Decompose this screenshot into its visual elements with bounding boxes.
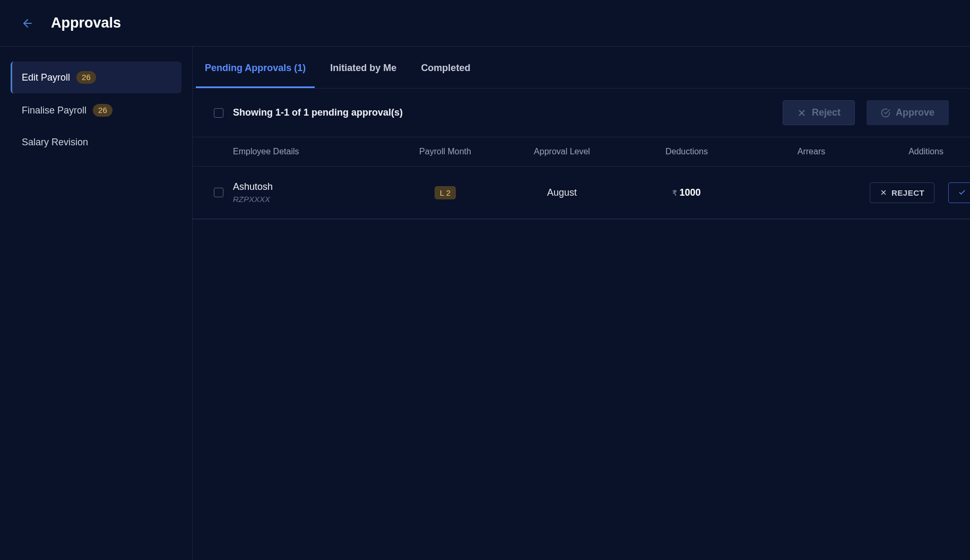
select-all-checkbox[interactable] bbox=[214, 108, 223, 118]
sidebar-nav: Edit Payroll 26 Finalise Payroll 26 Sala… bbox=[0, 47, 193, 560]
table-row: Ashutosh RZPXXXX L 2 August ₹1000 bbox=[193, 167, 970, 219]
tab-initiated-by-me[interactable]: Initiated by Me bbox=[321, 47, 405, 88]
main-content: Pending Approvals (1) Initiated by Me Co… bbox=[193, 47, 970, 560]
tab-pending-approvals[interactable]: Pending Approvals (1) bbox=[196, 47, 315, 88]
th-deductions: Deductions bbox=[620, 147, 753, 156]
row-reject-button[interactable]: REJECT bbox=[870, 182, 934, 203]
th-payroll-month: Payroll Month bbox=[387, 147, 504, 156]
sidebar-item-badge: 26 bbox=[76, 71, 96, 84]
check-icon bbox=[958, 189, 966, 196]
check-circle-icon bbox=[881, 108, 890, 118]
summary-text: Showing 1-1 of 1 pending approval(s) bbox=[233, 107, 773, 118]
bulk-approve-button[interactable]: Approve bbox=[867, 100, 949, 125]
employee-id: RZPXXXX bbox=[233, 195, 387, 204]
close-icon bbox=[880, 189, 887, 196]
employee-name: Ashutosh bbox=[233, 181, 387, 192]
bulk-reject-label: Reject bbox=[812, 107, 841, 118]
sidebar-item-label: Edit Payroll bbox=[22, 72, 70, 83]
row-checkbox[interactable] bbox=[214, 188, 223, 197]
payroll-month: August bbox=[547, 187, 577, 198]
sidebar-item-label: Salary Revision bbox=[22, 137, 88, 148]
back-arrow-button[interactable] bbox=[21, 17, 34, 30]
th-employee-details: Employee Details bbox=[233, 147, 387, 156]
sidebar-item-label: Finalise Payroll bbox=[22, 105, 86, 116]
th-approval-level: Approval Level bbox=[504, 147, 620, 156]
table-header-row: Employee Details Payroll Month Approval … bbox=[193, 137, 970, 167]
bulk-action-buttons: Reject Approve bbox=[783, 100, 949, 125]
bulk-reject-button[interactable]: Reject bbox=[783, 100, 855, 125]
row-approve-button[interactable]: APPROVE bbox=[948, 182, 970, 203]
sidebar-item-badge: 26 bbox=[93, 104, 112, 117]
sidebar-item-finalise-payroll[interactable]: Finalise Payroll 26 bbox=[11, 94, 181, 126]
currency-symbol: ₹ bbox=[672, 189, 677, 197]
bulk-approve-label: Approve bbox=[896, 107, 934, 118]
list-subheader: Showing 1-1 of 1 pending approval(s) Rej… bbox=[193, 89, 970, 137]
page-header: Approvals bbox=[0, 0, 970, 47]
th-additions: Additions bbox=[870, 147, 949, 156]
arrow-left-icon bbox=[21, 17, 34, 30]
page-title: Approvals bbox=[51, 15, 121, 31]
sidebar-item-edit-payroll[interactable]: Edit Payroll 26 bbox=[11, 62, 181, 93]
row-reject-label: REJECT bbox=[891, 188, 924, 197]
tabs: Pending Approvals (1) Initiated by Me Co… bbox=[193, 47, 970, 89]
deductions-amount: 1000 bbox=[679, 187, 700, 198]
th-arrears: Arrears bbox=[753, 147, 870, 156]
close-icon bbox=[797, 108, 807, 118]
tab-completed[interactable]: Completed bbox=[412, 47, 479, 88]
level-badge: L 2 bbox=[435, 186, 456, 199]
sidebar-item-salary-revision[interactable]: Salary Revision bbox=[11, 127, 181, 158]
